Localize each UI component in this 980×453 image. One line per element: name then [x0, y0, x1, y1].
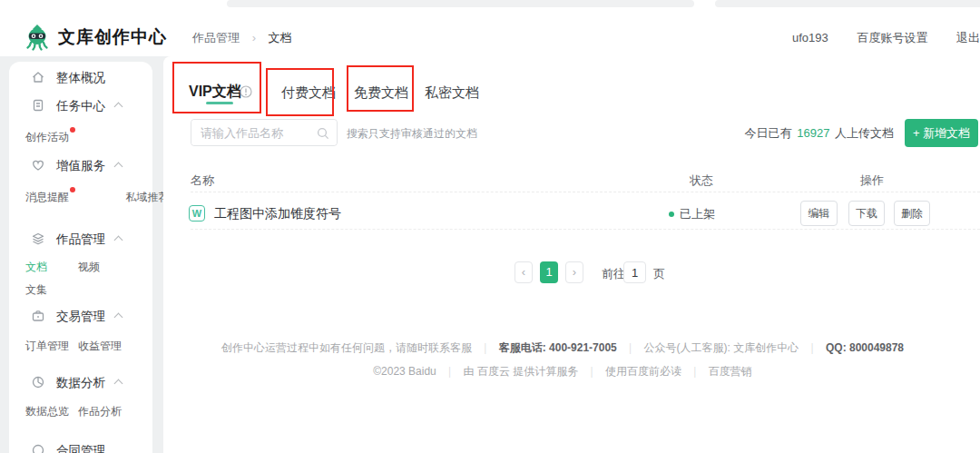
goto-label: 前往 — [602, 266, 625, 282]
sidebar-item-label: 整体概况 — [56, 70, 105, 86]
sidebar-subitem-videos[interactable]: 视频 — [78, 260, 100, 275]
active-tab-underline — [206, 102, 233, 104]
sidebar-subitem-row: 文集 — [9, 280, 152, 298]
chevron-up-icon — [114, 103, 123, 112]
username[interactable]: ufo193 — [792, 31, 828, 44]
logout-link[interactable]: 退出 — [956, 31, 980, 44]
sidebar-item-value-added-services[interactable]: 增值服务 — [9, 156, 152, 174]
main-panel: VIP文档 付费文档 免费文档 私密文档 搜索只支持审核通过的文档 今日已有 1… — [163, 56, 980, 453]
chevron-up-icon — [114, 162, 123, 172]
red-dot-badge — [70, 127, 75, 133]
tab-free-docs[interactable]: 免费文档 — [354, 84, 408, 102]
sidebar-item-label: 任务中心 — [56, 98, 105, 114]
user-area: ufo193 百度账号设置 退出 — [767, 30, 980, 46]
sidebar-subitem-label: 消息提醒 — [25, 191, 69, 203]
table-divider — [191, 229, 980, 230]
sidebar-subitem-row: 订单管理 收益管理 — [9, 336, 152, 354]
upload-stat-count: 16927 — [797, 126, 829, 140]
sidebar-item-label: 作品管理 — [56, 231, 105, 248]
sidebar-subitem-creation-activity[interactable]: 创作活动 — [9, 125, 152, 143]
sidebar-subitem-row: 数据总览 作品分析 — [9, 401, 152, 419]
sidebar-item-label: 交易管理 — [56, 309, 105, 325]
upload-stat-prefix: 今日已有 — [745, 126, 792, 140]
column-header-name: 名称 — [191, 172, 214, 189]
footer-separator: ｜ — [807, 341, 818, 354]
footer-wechat: 公众号(人工客服): 文库创作中心 — [644, 341, 799, 354]
tab-private-docs[interactable]: 私密文档 — [425, 84, 479, 102]
footer-separator: ｜ — [445, 365, 456, 378]
red-dot-badge — [70, 187, 75, 192]
upload-stat-suffix: 人上传文档 — [835, 126, 894, 140]
info-icon[interactable] — [240, 85, 252, 98]
download-button[interactable]: 下载 — [848, 201, 885, 226]
footer-separator: ｜ — [480, 341, 491, 354]
task-icon — [31, 98, 45, 113]
breadcrumb-separator: › — [252, 31, 256, 44]
footer-qq: QQ: 800049878 — [826, 341, 904, 354]
sidebar-subitem-revenue-management[interactable]: 收益管理 — [78, 339, 122, 354]
search-box — [191, 119, 338, 146]
footer-copyright-line: ©2023 Baidu｜由 百度云 提供计算服务｜使用百度前必读｜百度营销 — [163, 364, 962, 379]
sidebar-subitem-data-overview[interactable]: 数据总览 — [25, 404, 69, 419]
tab-paid-docs[interactable]: 付费文档 — [281, 84, 336, 102]
sidebar-item-works-management[interactable]: 作品管理 — [9, 230, 152, 248]
delete-button[interactable]: 删除 — [894, 201, 930, 226]
search-icon[interactable] — [317, 127, 329, 140]
pagination-page-1[interactable]: 1 — [540, 261, 558, 283]
logo-text: 文库创作中心 — [58, 25, 167, 49]
footer-marketing-link[interactable]: 百度营销 — [709, 365, 752, 378]
edit-button[interactable]: 编辑 — [800, 201, 838, 226]
breadcrumb: 作品管理 › 文档 — [192, 30, 292, 46]
footer-notice-link[interactable]: 使用百度前必读 — [605, 365, 681, 378]
sidebar-subitem-order-management[interactable]: 订单管理 — [25, 339, 69, 354]
heart-icon — [31, 158, 45, 172]
pagination-next-button[interactable]: › — [565, 261, 583, 283]
footer-separator: ｜ — [690, 365, 701, 378]
table-divider — [191, 192, 980, 192]
sidebar-item-contract-management[interactable]: 合同管理 — [9, 441, 152, 453]
sidebar-item-label: 合同管理 — [56, 443, 105, 453]
footer-support-line: 创作中心运营过程中如有任何问题，请随时联系客服｜客服电话: 400-921-70… — [163, 340, 962, 356]
word-doc-icon: W — [189, 205, 205, 222]
browser-tab-strip-left — [227, 0, 694, 7]
sidebar-subitem-row: 文档 视频 — [9, 257, 152, 275]
column-header-action: 操作 — [860, 172, 884, 189]
page-unit-label: 页 — [653, 266, 665, 282]
sidebar-subitem-collections[interactable]: 文集 — [25, 282, 47, 298]
sidebar-item-label: 增值服务 — [56, 158, 105, 174]
search-input[interactable] — [191, 120, 337, 145]
account-settings-link[interactable]: 百度账号设置 — [857, 31, 927, 44]
sidebar: 整体概况 任务中心 创作活动 增值服务 消息提醒 私域推荐 作品管理 文档 视频 — [9, 62, 152, 453]
logo[interactable]: 文库创作中心 — [24, 24, 167, 51]
sidebar-subitem-works-analysis[interactable]: 作品分析 — [78, 404, 122, 419]
wenku-creation-center-page: 文库创作中心 作品管理 › 文档 ufo193 百度账号设置 退出 整体概况 任… — [0, 0, 980, 453]
status-badge: 已上架 — [680, 206, 715, 222]
sidebar-item-data-analysis[interactable]: 数据分析 — [9, 373, 152, 391]
sidebar-item-trade-management[interactable]: 交易管理 — [9, 307, 152, 325]
sidebar-subitem-label: 创作活动 — [25, 131, 69, 143]
sidebar-subitem-documents-active[interactable]: 文档 — [25, 260, 47, 275]
breadcrumb-works-management[interactable]: 作品管理 — [192, 31, 240, 44]
goto-page-input[interactable] — [623, 261, 646, 283]
footer-phone: 客服电话: 400-921-7005 — [499, 341, 617, 354]
sidebar-subitem-row: 消息提醒 私域推荐 — [9, 185, 152, 203]
add-document-button[interactable]: + 新增文档 — [905, 119, 978, 147]
tab-vip-docs[interactable]: VIP文档 — [189, 83, 241, 102]
chevron-up-icon — [114, 236, 123, 245]
sidebar-item-overview[interactable]: 整体概况 — [9, 68, 152, 86]
footer-cloud: 由 百度云 提供计算服务 — [464, 365, 579, 378]
top-header: 文库创作中心 作品管理 › 文档 ufo193 百度账号设置 退出 — [0, 7, 980, 56]
footer-separator: ｜ — [625, 341, 636, 354]
home-icon — [31, 70, 45, 84]
pagination-prev-button[interactable]: ‹ — [514, 261, 533, 283]
footer-copyright: ©2023 Baidu — [373, 365, 436, 378]
layers-icon — [31, 231, 45, 246]
circle-icon — [31, 443, 45, 453]
pie-chart-icon — [31, 375, 45, 389]
column-header-status: 状态 — [690, 172, 713, 189]
sidebar-item-task-center[interactable]: 任务中心 — [9, 96, 152, 114]
chevron-up-icon — [114, 379, 123, 389]
sidebar-subitem-message-reminder[interactable]: 消息提醒 — [25, 190, 69, 205]
footer-separator: ｜ — [586, 365, 597, 378]
document-title: 工程图中添加锥度符号 — [214, 206, 341, 222]
